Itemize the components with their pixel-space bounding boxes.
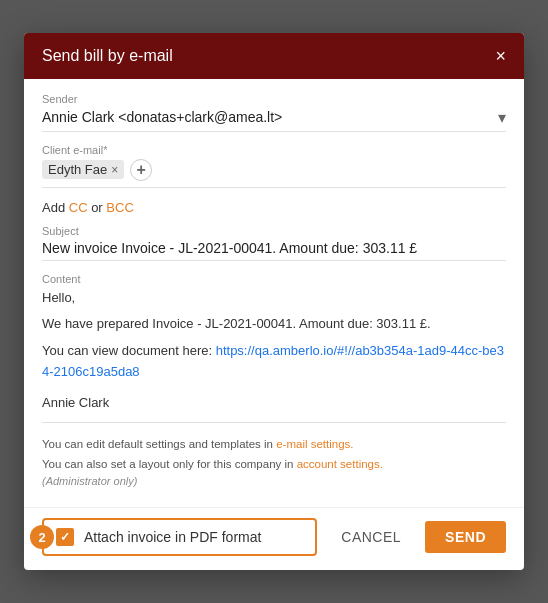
- send-email-modal: Send bill by e-mail × Sender Annie Clark…: [24, 33, 524, 571]
- client-email-label: Client e-mail*: [42, 144, 506, 156]
- content-line1: Hello,: [42, 288, 506, 309]
- bcc-link[interactable]: BCC: [106, 200, 133, 215]
- modal-overlay: Send bill by e-mail × Sender Annie Clark…: [0, 0, 548, 603]
- modal-body: Sender Annie Clark <donatas+clark@amea.l…: [24, 79, 524, 508]
- content-line2: We have prepared Invoice - JL-2021-00041…: [42, 314, 506, 335]
- sender-value: Annie Clark <donatas+clark@amea.lt>: [42, 109, 282, 125]
- account-settings-link[interactable]: account settings.: [297, 458, 383, 470]
- subject-field: Subject New invoice Invoice - JL-2021-00…: [42, 225, 506, 261]
- subject-label: Subject: [42, 225, 506, 237]
- content-area: Hello, We have prepared Invoice - JL-202…: [42, 288, 506, 423]
- email-tag-close[interactable]: ×: [111, 163, 118, 177]
- content-line3-prefix: You can view document here:: [42, 343, 216, 358]
- attach-pdf-area[interactable]: 2 Attach invoice in PDF format: [42, 518, 317, 556]
- sender-label: Sender: [42, 93, 506, 105]
- content-label: Content: [42, 273, 506, 285]
- add-email-button[interactable]: +: [130, 159, 152, 181]
- email-settings-link[interactable]: e-mail settings.: [276, 438, 353, 450]
- email-tag-name: Edyth Fae: [48, 162, 107, 177]
- content-field: Content Hello, We have prepared Invoice …: [42, 273, 506, 423]
- info-line2: You can also set a layout only for this …: [42, 455, 506, 473]
- modal-footer: 2 Attach invoice in PDF format CANCEL SE…: [24, 507, 524, 570]
- step-2-badge: 2: [30, 525, 54, 549]
- send-button[interactable]: SEND 3: [425, 521, 506, 553]
- close-button[interactable]: ×: [495, 47, 506, 65]
- client-email-field: Client e-mail* Edyth Fae × +: [42, 144, 506, 188]
- cc-bcc-row: Add CC or BCC: [42, 200, 506, 215]
- subject-value: New invoice Invoice - JL-2021-00041. Amo…: [42, 240, 506, 261]
- client-email-row: Edyth Fae × +: [42, 159, 506, 188]
- email-tag[interactable]: Edyth Fae ×: [42, 160, 124, 179]
- cc-bcc-or: or: [88, 200, 107, 215]
- attach-label: Attach invoice in PDF format: [84, 529, 261, 545]
- cc-bcc-prefix: Add: [42, 200, 69, 215]
- sender-field: Sender Annie Clark <donatas+clark@amea.l…: [42, 93, 506, 132]
- sender-value-row[interactable]: Annie Clark <donatas+clark@amea.lt> ▾: [42, 108, 506, 132]
- admin-note: (Administrator only): [42, 475, 506, 487]
- content-signature: Annie Clark: [42, 393, 506, 414]
- info-line1: You can edit default settings and templa…: [42, 435, 506, 453]
- cancel-button[interactable]: CANCEL: [329, 521, 413, 553]
- attach-checkbox[interactable]: [56, 528, 74, 546]
- content-line3: You can view document here: https://qa.a…: [42, 341, 506, 383]
- modal-header: Send bill by e-mail ×: [24, 33, 524, 79]
- modal-title: Send bill by e-mail: [42, 47, 173, 65]
- sender-dropdown-icon: ▾: [498, 108, 506, 127]
- cc-link[interactable]: CC: [69, 200, 88, 215]
